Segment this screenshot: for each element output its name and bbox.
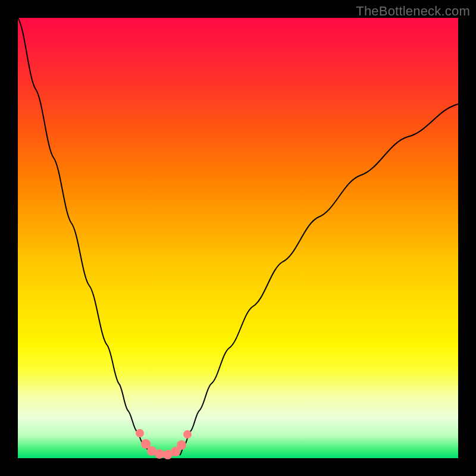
watermark-text: TheBottleneck.com: [356, 4, 470, 19]
curve-svg: [18, 18, 458, 458]
valley-dot: [155, 449, 164, 459]
plot-area: [18, 18, 458, 458]
valley-dot: [177, 440, 186, 450]
valley-dots: [136, 429, 192, 459]
bottleneck-curve-right: [180, 104, 458, 455]
chart-frame: TheBottleneck.com: [0, 0, 476, 476]
valley-dot: [136, 429, 144, 437]
bottleneck-curve-left: [18, 18, 152, 455]
valley-dot: [183, 430, 192, 439]
